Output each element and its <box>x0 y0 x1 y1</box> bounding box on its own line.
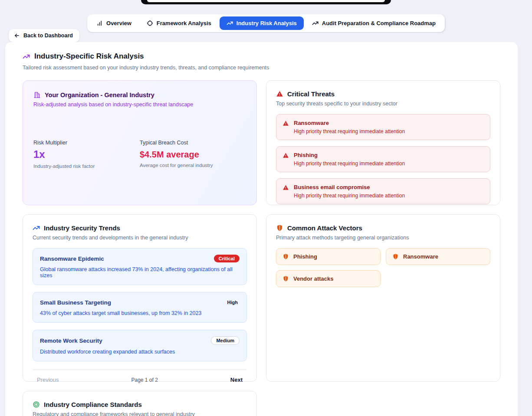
security-trends-header: Industry Security Trends <box>33 224 247 232</box>
trend-description: Global ransomware attacks increased 73% … <box>40 266 240 278</box>
target-icon <box>33 401 40 408</box>
shield-icon <box>276 224 283 232</box>
previous-page-button[interactable]: Previous <box>37 377 59 383</box>
next-page-button[interactable]: Next <box>230 377 243 383</box>
organization-title: Your Organization - General Industry <box>45 92 154 98</box>
risk-multiplier-label: Risk Multiplier <box>33 140 140 146</box>
attack-vectors-header: Common Attack Vectors <box>276 224 490 232</box>
vector-grid: Phishing Ransomware Vendor attacks <box>276 248 490 287</box>
page-title: Industry-Specific Risk Analysis <box>34 52 144 61</box>
divider <box>33 370 247 370</box>
shield-icon <box>282 253 289 260</box>
threat-item: Phishing High priority threat requiring … <box>276 146 490 172</box>
breach-cost-label: Typical Breach Cost <box>140 140 246 146</box>
trend-name: Ransomware Epidemic <box>40 255 104 262</box>
building-icon <box>33 91 41 98</box>
tab-label: Framework Analysis <box>157 20 211 26</box>
attack-vectors-subtitle: Primary attack methods targeting general… <box>276 235 490 241</box>
critical-threats-subtitle: Top security threats specific to your in… <box>276 101 490 107</box>
back-button-label: Back to Dashboard <box>23 33 73 39</box>
vector-item: Phishing <box>276 248 381 265</box>
vector-label: Phishing <box>293 253 317 260</box>
risk-multiplier-value: 1x <box>33 148 140 161</box>
arrow-left-icon <box>14 33 20 39</box>
tab-label: Audit Preparation & Compliance Roadmap <box>322 20 436 26</box>
breach-cost-caption: Average cost for general industry <box>140 163 246 168</box>
trending-up-icon <box>227 20 233 26</box>
threat-description: High priority threat requiring immediate… <box>294 128 405 134</box>
attack-vectors-title: Common Attack Vectors <box>287 224 362 232</box>
tab-label: Industry Risk Analysis <box>236 20 297 26</box>
trending-up-icon <box>312 20 319 26</box>
page-indicator: Page 1 of 2 <box>131 377 158 383</box>
trend-description: Distributed workforce creating expanded … <box>40 349 240 355</box>
trend-list: Ransomware Epidemic Critical Global rans… <box>33 248 247 361</box>
trend-name: Small Business Targeting <box>40 299 111 306</box>
organization-panel: Your Organization - General Industry Ris… <box>23 80 257 205</box>
alert-triangle-icon <box>282 120 289 127</box>
critical-threats-panel: Critical Threats Top security threats sp… <box>266 80 500 205</box>
vector-item: Vendor attacks <box>276 270 381 287</box>
shield-icon <box>392 253 399 260</box>
threat-item: Business email compromise High priority … <box>276 178 490 204</box>
tab-industry-risk-analysis[interactable]: Industry Risk Analysis <box>220 16 304 30</box>
breach-cost-value: $4.5M average <box>140 150 246 160</box>
breach-cost-stat: Typical Breach Cost $4.5M average Averag… <box>140 140 246 169</box>
severity-badge: Critical <box>214 255 240 262</box>
alert-triangle-icon <box>282 184 289 191</box>
vector-label: Vendor attacks <box>293 275 334 282</box>
vector-item: Ransomware <box>386 248 490 265</box>
browser-window-edge-inner <box>147 0 385 2</box>
severity-badge: High <box>226 298 240 306</box>
critical-threats-header: Critical Threats <box>276 90 490 98</box>
security-trends-panel: Industry Security Trends Current securit… <box>23 214 257 382</box>
risk-multiplier-caption: Industry-adjusted risk factor <box>33 164 140 169</box>
organization-subtitle: Risk-adjusted analysis based on industry… <box>33 102 246 108</box>
vector-label: Ransomware <box>403 253 438 260</box>
compliance-standards-subtitle: Regulatory and compliance frameworks rel… <box>33 411 247 416</box>
crosshair-icon <box>147 20 153 26</box>
page-header: Industry-Specific Risk Analysis <box>23 52 500 61</box>
trend-item: Remote Work Security Medium Distributed … <box>33 330 247 361</box>
threat-description: High priority threat requiring immediate… <box>294 193 405 199</box>
panels-grid: Your Organization - General Industry Ris… <box>23 80 500 416</box>
threat-list: Ransomware High priority threat requirin… <box>276 114 490 204</box>
threat-name: Ransomware <box>294 120 405 126</box>
page-subtitle: Tailored risk assessment based on your i… <box>23 65 500 71</box>
critical-threats-title: Critical Threats <box>287 90 335 98</box>
threat-name: Phishing <box>294 152 405 158</box>
compliance-standards-header: Industry Compliance Standards <box>33 401 247 408</box>
organization-stats: Risk Multiplier 1x Industry-adjusted ris… <box>33 140 246 169</box>
bar-chart-icon <box>96 20 103 26</box>
trending-up-icon <box>23 53 30 60</box>
attack-vectors-panel: Common Attack Vectors Primary attack met… <box>266 214 500 382</box>
top-tab-bar: Overview Framework Analysis Industry Ris… <box>87 14 445 32</box>
tab-label: Overview <box>106 20 131 26</box>
threat-description: High priority threat requiring immediate… <box>294 161 405 167</box>
compliance-standards-title: Industry Compliance Standards <box>44 401 142 408</box>
tab-framework-analysis[interactable]: Framework Analysis <box>140 16 218 30</box>
shield-icon <box>282 275 289 282</box>
severity-badge: Medium <box>211 336 240 345</box>
organization-panel-header: Your Organization - General Industry <box>33 91 246 98</box>
trend-description: 43% of cyber attacks target small busine… <box>40 310 240 316</box>
alert-triangle-icon <box>276 90 283 98</box>
tab-audit-preparation[interactable]: Audit Preparation & Compliance Roadmap <box>305 16 443 30</box>
trend-item: Small Business Targeting High 43% of cyb… <box>33 292 247 323</box>
security-trends-subtitle: Current security trends and developments… <box>33 235 247 241</box>
risk-multiplier-stat: Risk Multiplier 1x Industry-adjusted ris… <box>33 140 140 169</box>
alert-triangle-icon <box>282 152 289 159</box>
browser-window-edge <box>141 0 391 4</box>
compliance-standards-panel: Industry Compliance Standards Regulatory… <box>23 391 257 416</box>
trend-name: Remote Work Security <box>40 337 102 344</box>
trends-pagination: Previous Page 1 of 2 Next <box>33 377 247 383</box>
back-to-dashboard-button[interactable]: Back to Dashboard <box>9 29 79 42</box>
trend-item: Ransomware Epidemic Critical Global rans… <box>33 248 247 285</box>
threat-name: Business email compromise <box>294 184 405 190</box>
threat-item: Ransomware High priority threat requirin… <box>276 114 490 140</box>
industry-risk-analysis-page: Industry-Specific Risk Analysis Tailored… <box>5 42 518 416</box>
trending-up-icon <box>33 224 40 232</box>
security-trends-title: Industry Security Trends <box>44 224 120 232</box>
tab-overview[interactable]: Overview <box>89 16 138 30</box>
